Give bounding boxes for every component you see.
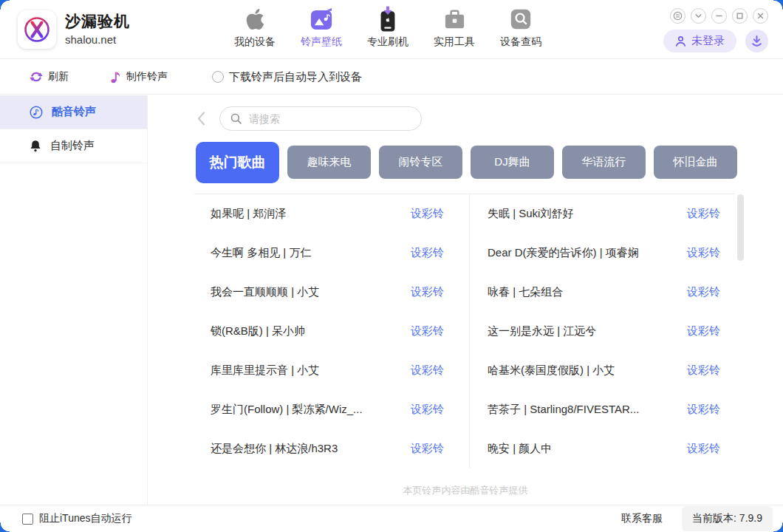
block-itunes-label: 阻止iTunes自动运行: [39, 512, 132, 525]
set-ringtone-link[interactable]: 设彩铃: [411, 364, 444, 378]
search-input[interactable]: [249, 113, 421, 125]
song-row: 这一别是永远 | 江远兮设彩铃: [488, 312, 720, 351]
category-label: 热门歌曲: [210, 153, 266, 172]
block-itunes-checkbox[interactable]: [22, 514, 33, 525]
song-row: 今生啊 多相见 | 万仁设彩铃: [211, 233, 444, 273]
sidebar-item-custom-ringtones[interactable]: 自制铃声: [0, 129, 147, 163]
song-row: Dear D(亲爱的告诉你) | 项睿娴设彩铃: [488, 233, 720, 273]
set-ringtone-link[interactable]: 设彩铃: [687, 246, 720, 260]
nav-item-device-lookup[interactable]: 设备查码: [496, 5, 545, 49]
maximize-icon[interactable]: [732, 8, 748, 24]
sidebar: 酷音铃声 自制铃声: [0, 95, 148, 505]
nav-item-utilities[interactable]: 实用工具: [430, 5, 479, 49]
login-label: 未登录: [691, 34, 725, 48]
user-icon: [675, 35, 686, 47]
hourglass-x-logo-icon: [21, 13, 53, 46]
login-button[interactable]: 未登录: [663, 30, 736, 52]
sidebar-item-label: 酷音铃声: [52, 105, 96, 119]
song-title: 晚安 | 颜人中: [488, 442, 552, 456]
song-row: 我会一直顺顺顺 | 小艾设彩铃: [211, 273, 444, 312]
song-row: 苦茶子 | Starling8/FIVESTAR...设彩铃: [488, 390, 720, 429]
set-ringtone-link[interactable]: 设彩铃: [411, 207, 444, 221]
song-list-left-column: 如果呢 | 郑润泽设彩铃 今生啊 多相见 | 万仁设彩铃 我会一直顺顺顺 | 小…: [194, 194, 470, 468]
auto-import-toggle[interactable]: 下载铃声后自动导入到设备: [212, 70, 362, 84]
close-icon[interactable]: [753, 8, 768, 24]
minimize-icon[interactable]: [711, 8, 727, 24]
ringtone-wallpaper-icon: [310, 5, 334, 33]
set-ringtone-link[interactable]: 设彩铃: [411, 324, 444, 338]
refresh-icon: [30, 70, 43, 83]
make-ringtone-button[interactable]: 制作铃声: [110, 70, 168, 83]
nav-label: 我的设备: [234, 35, 276, 49]
theme-menu-icon[interactable]: [670, 8, 685, 24]
top-nav: 我的设备 铃声壁纸: [230, 5, 545, 49]
nav-item-pro-flash[interactable]: 专业刷机: [363, 5, 412, 49]
category-dj-music[interactable]: DJ舞曲: [471, 146, 554, 179]
set-ringtone-link[interactable]: 设彩铃: [687, 442, 720, 456]
song-title: 库里库里提示音 | 小艾: [211, 364, 319, 378]
flash-phone-icon: [376, 5, 400, 33]
search-icon: [230, 112, 242, 125]
song-row: 晚安 | 颜人中设彩铃: [488, 429, 720, 468]
set-ringtone-link[interactable]: 设彩铃: [411, 285, 444, 299]
radio-unchecked-icon[interactable]: [212, 71, 224, 83]
nav-item-ringtone-wallpaper[interactable]: 铃声壁纸: [297, 5, 346, 49]
kuyin-circle-note-icon: [30, 106, 43, 119]
make-ringtone-label: 制作铃声: [126, 70, 168, 83]
category-nostalgic-classics[interactable]: 怀旧金曲: [654, 146, 737, 179]
category-tabs: 热门歌曲 趣味来电 闹铃专区 DJ舞曲 华语流行 怀旧金曲: [196, 141, 737, 183]
app-title: 沙漏验机: [65, 11, 130, 32]
apple-icon: [245, 5, 265, 33]
song-list-right-column: 失眠 | Suki刘舒好设彩铃 Dear D(亲爱的告诉你) | 项睿娴设彩铃 …: [470, 194, 735, 468]
download-icon: [750, 35, 763, 47]
back-button[interactable]: [196, 111, 206, 129]
version-badge: 当前版本: 7.9.9: [682, 506, 773, 531]
header: 沙漏验机 shalou.net 我的设备: [0, 0, 783, 59]
song-row: 失眠 | Suki刘舒好设彩铃: [488, 194, 720, 233]
song-row: 罗生门(Follow) | 梨冻紧/Wiz_...设彩铃: [211, 390, 444, 429]
status-bar: 阻止iTunes自动运行 联系客服 当前版本: 7.9.9: [0, 505, 783, 532]
scrollbar-thumb[interactable]: [737, 194, 744, 261]
bell-icon: [30, 140, 41, 152]
app-logo: [18, 10, 56, 49]
category-fun-calls[interactable]: 趣味来电: [287, 146, 371, 179]
song-title: 苦茶子 | Starling8/FIVESTAR...: [488, 403, 639, 417]
set-ringtone-link[interactable]: 设彩铃: [411, 403, 444, 417]
set-ringtone-link[interactable]: 设彩铃: [411, 246, 444, 260]
nav-label: 设备查码: [500, 35, 541, 49]
download-manager-button[interactable]: [745, 30, 768, 52]
song-title: 今生啊 多相见 | 万仁: [211, 246, 311, 260]
auto-import-label: 下载铃声后自动导入到设备: [229, 70, 362, 84]
category-hot-songs[interactable]: 热门歌曲: [196, 142, 279, 183]
chevron-down-icon[interactable]: [691, 8, 706, 24]
set-ringtone-link[interactable]: 设彩铃: [411, 442, 444, 456]
search-box: [219, 106, 422, 131]
contact-support-link[interactable]: 联系客服: [621, 512, 663, 525]
set-ringtone-link[interactable]: 设彩铃: [687, 207, 720, 221]
song-row: 如果呢 | 郑润泽设彩铃: [211, 194, 444, 233]
set-ringtone-link[interactable]: 设彩铃: [687, 285, 720, 299]
song-title: 哈基米(泰国度假版) | 小艾: [488, 364, 615, 378]
nav-label: 实用工具: [434, 35, 475, 49]
set-ringtone-link[interactable]: 设彩铃: [687, 403, 720, 417]
song-title: 我会一直顺顺顺 | 小艾: [211, 285, 319, 299]
nav-label: 铃声壁纸: [301, 35, 342, 49]
refresh-button[interactable]: 刷新: [30, 70, 69, 83]
song-row: 锁(R&B版) | 呆小帅设彩铃: [211, 312, 444, 351]
category-label: DJ舞曲: [494, 155, 530, 169]
category-chinese-pop[interactable]: 华语流行: [562, 146, 646, 179]
category-label: 怀旧金曲: [674, 155, 718, 169]
category-alarm-zone[interactable]: 闹铃专区: [379, 146, 462, 179]
set-ringtone-link[interactable]: 设彩铃: [687, 364, 720, 378]
window-controls: [670, 8, 768, 24]
ringtone-toolbar: 刷新 制作铃声 下载铃声后自动导入到设备: [0, 60, 783, 95]
sidebar-item-kuyin-ringtones[interactable]: 酷音铃声: [0, 95, 147, 129]
nav-item-my-devices[interactable]: 我的设备: [230, 5, 279, 49]
category-label: 趣味来电: [307, 155, 352, 169]
device-lookup-icon: [509, 5, 533, 33]
app-subtitle: shalou.net: [65, 33, 116, 46]
sidebar-item-label: 自制铃声: [50, 139, 95, 153]
song-title: 失眠 | Suki刘舒好: [488, 207, 573, 221]
set-ringtone-link[interactable]: 设彩铃: [687, 324, 720, 338]
refresh-label: 刷新: [48, 70, 69, 83]
